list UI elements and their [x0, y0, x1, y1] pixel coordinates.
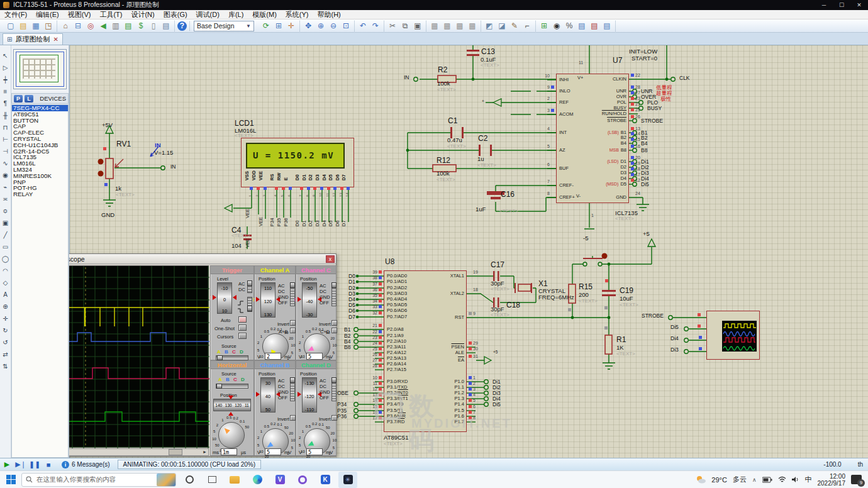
save-file-icon[interactable]: ▦	[30, 21, 42, 31]
menu-item-4[interactable]: 设计(N)	[126, 10, 159, 19]
coupling-switch-knob[interactable]	[331, 282, 337, 288]
edge-switch-knob[interactable]	[247, 306, 252, 311]
help-icon[interactable]: ?	[177, 21, 187, 31]
tray-chevron-icon[interactable]: ∧	[752, 477, 757, 483]
pick-device-icon[interactable]: ◩	[484, 21, 495, 31]
2d-path-tool[interactable]: ◇	[1, 277, 11, 288]
menu-item-10[interactable]: 帮助(H)	[313, 10, 345, 19]
grid-toggle-icon[interactable]: ⊞	[273, 21, 284, 31]
proteus-icon[interactable]: ✳	[338, 472, 357, 488]
new-root-sheet-icon[interactable]: ▤	[589, 21, 600, 31]
3d-viewer-icon[interactable]: ▥	[110, 21, 121, 31]
new-sheet-icon[interactable]: ▤	[160, 21, 172, 31]
channel-B-gain-knob[interactable]: 0.50.20.1502010521251020	[255, 421, 296, 462]
pan-icon[interactable]: ✥	[303, 21, 314, 31]
origin-icon[interactable]: ✛	[286, 21, 297, 31]
message-info-icon[interactable]: i	[62, 461, 69, 469]
2d-box-tool[interactable]: ▭	[1, 241, 11, 252]
coupling-switch-knob[interactable]	[290, 282, 295, 288]
pick-devices-button[interactable]: P	[14, 95, 23, 103]
device-item-RELAY[interactable]: RELAY	[12, 191, 68, 197]
wire-autorouter-icon[interactable]: ⊞	[538, 21, 550, 31]
selection-tool[interactable]: ↖	[1, 50, 11, 61]
source-code-icon[interactable]: ◀	[97, 21, 109, 31]
coupling-switch-knob[interactable]	[290, 377, 295, 383]
app-k-icon[interactable]: K	[316, 472, 335, 488]
mirror-x-tool[interactable]: ⇄	[1, 349, 11, 360]
marker-tool[interactable]: ✛	[1, 313, 11, 324]
invert-button[interactable]	[290, 320, 296, 326]
oscilloscope-titlebar[interactable]: Digital Oscilloscope x	[24, 254, 336, 264]
2d-circle-tool[interactable]: ◯	[1, 253, 11, 264]
minimize-button[interactable]: ─	[815, 2, 833, 8]
maximize-button[interactable]: ☐	[833, 2, 850, 8]
start-button[interactable]	[0, 471, 21, 488]
design-selector[interactable]: Base Design▼	[194, 21, 254, 31]
packaging-icon[interactable]: ✎	[509, 21, 520, 31]
bom-icon[interactable]: $	[135, 21, 147, 31]
menu-item-1[interactable]: 编辑(E)	[31, 10, 64, 19]
coupling-switch-knob[interactable]	[331, 377, 337, 383]
block-rotate-icon[interactable]: ▩	[454, 21, 465, 31]
menu-item-3[interactable]: 工具(T)	[95, 10, 126, 19]
invert-button[interactable]	[331, 415, 337, 421]
zoom-area-icon[interactable]: ⊡	[340, 21, 352, 31]
channel-D-gain-knob[interactable]: 0.50.20.1502010521251020	[297, 421, 337, 462]
cursors-button[interactable]	[238, 333, 247, 339]
menu-item-7[interactable]: 库(L)	[224, 10, 248, 19]
close-button[interactable]: ✕	[850, 2, 868, 8]
redraw-icon[interactable]: ⟳	[260, 21, 272, 31]
voltage-probe-tool[interactable]: ≍	[1, 194, 11, 204]
position-slider[interactable]: -130-120-110	[302, 377, 317, 413]
decompose-icon[interactable]: ⌐	[521, 21, 533, 31]
scroll-thumb[interactable]	[169, 449, 182, 455]
current-probe-tool[interactable]: ≎	[1, 206, 11, 216]
step-button[interactable]: ▶❘	[14, 460, 28, 469]
copy-icon[interactable]: ⧉	[399, 21, 411, 31]
graph-tool[interactable]: ∿	[1, 158, 11, 169]
design-explorer-2-icon[interactable]: ▤	[576, 21, 587, 31]
horizontal-position-slider[interactable]: 14013012011	[213, 399, 251, 411]
goto-sheet-icon[interactable]: ▤	[601, 21, 613, 31]
play-button[interactable]: ▶	[0, 460, 14, 469]
library-button[interactable]: L	[25, 95, 33, 103]
weather-temp[interactable]: 29°C	[711, 476, 727, 484]
device-pin-tool[interactable]: ⊣	[1, 146, 11, 157]
pcb-layout-icon[interactable]: ◎	[85, 21, 96, 31]
edge-icon[interactable]	[248, 472, 267, 488]
mini-oscilloscope-component[interactable]	[706, 311, 760, 360]
property-assign-icon[interactable]: %	[564, 21, 575, 31]
text-script-tool[interactable]: ¶	[1, 98, 11, 109]
search-tag-icon[interactable]: ◉	[551, 21, 562, 31]
task-view-icon[interactable]	[203, 472, 221, 488]
invert-button[interactable]	[290, 415, 296, 421]
block-move-icon[interactable]: ▩	[442, 21, 453, 31]
channel-A-value[interactable]: 2	[265, 353, 281, 360]
app-ring-icon[interactable]	[293, 472, 312, 488]
ime-indicator[interactable]: 中	[805, 475, 812, 484]
subcircuit-tool[interactable]: ⊓	[1, 122, 11, 133]
rotate-cw-tool[interactable]: ↻	[1, 325, 11, 336]
news-widget-icon[interactable]	[157, 474, 175, 486]
stop-button[interactable]: ■	[42, 461, 55, 469]
design-explorer-icon[interactable]: ▯	[148, 21, 159, 31]
zoom-out-icon[interactable]: ⊖	[328, 21, 339, 31]
battery-icon[interactable]	[762, 477, 772, 483]
gerber-view-icon[interactable]: ▤	[123, 21, 134, 31]
zoom-in-icon[interactable]: ⊕	[315, 21, 326, 31]
invert-button[interactable]	[331, 320, 337, 326]
schematic-preview[interactable]	[13, 49, 67, 89]
channel-B-value[interactable]: 5	[265, 448, 281, 455]
channel-C-value[interactable]: 5	[306, 353, 323, 360]
position-slider[interactable]: 110120130	[260, 282, 275, 318]
2d-symbol-tool[interactable]: ⊕	[1, 301, 11, 312]
rotate-ccw-tool[interactable]: ↺	[1, 337, 11, 348]
notification-icon[interactable]: 9	[851, 475, 862, 484]
message-count[interactable]: 6 Message(s)	[72, 461, 110, 468]
mirror-y-tool[interactable]: ⇅	[1, 361, 11, 372]
channel-D-value[interactable]: 5	[306, 448, 323, 455]
block-delete-icon[interactable]: ▩	[467, 21, 478, 31]
horizontal-source-thumb[interactable]	[216, 384, 222, 389]
scroll-right-icon[interactable]: ►	[201, 449, 208, 455]
paste-icon[interactable]: ▣	[412, 21, 423, 31]
